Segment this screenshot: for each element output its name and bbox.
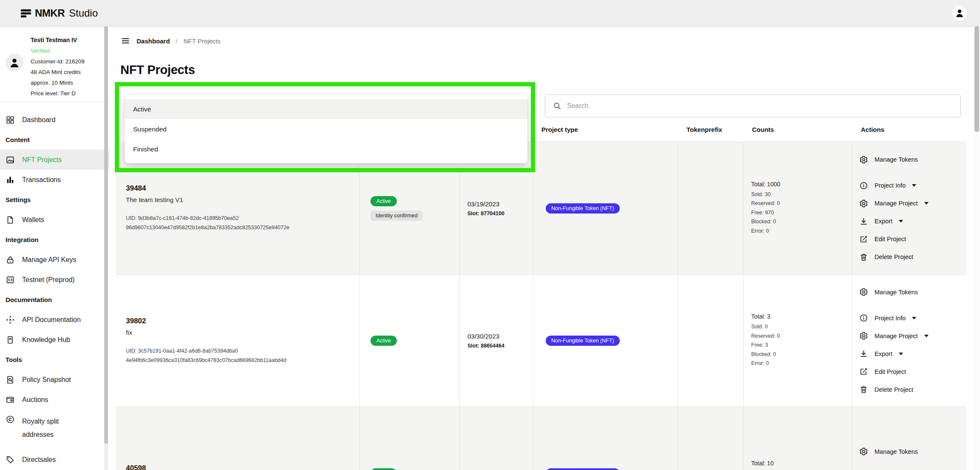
sidebar-item-transactions[interactable]: Transactions <box>0 170 109 190</box>
tokenprefix-cell <box>678 407 744 470</box>
project-type-cell: Non-Fungible Token (NFT) <box>533 407 678 470</box>
export-button[interactable]: Export <box>859 348 903 360</box>
lock-icon <box>6 255 15 265</box>
sidebar-item-nft-projects[interactable]: NFT Projects <box>0 150 109 170</box>
actions-cell: Manage Tokens Project Info Manage Projec… <box>852 275 966 407</box>
delete-project-button[interactable]: Delete Project <box>859 251 913 263</box>
sidebar-item-wallets[interactable]: Wallets <box>0 210 109 230</box>
profile-name: Testi Testman IV <box>31 35 109 46</box>
sidebar-section-integration: Integration <box>0 230 109 250</box>
manage-project-button[interactable]: Manage Project <box>859 330 929 342</box>
status-cell: Active <box>360 275 460 407</box>
trash-icon <box>859 253 868 262</box>
delete-project-button[interactable]: Delete Project <box>859 383 913 396</box>
info-icon <box>859 181 868 190</box>
header-actions: Actions <box>852 117 966 142</box>
project-name: fix <box>126 329 132 336</box>
profile-card: Testi Testman IV Verified Customer-Id: 2… <box>0 26 109 102</box>
download-icon <box>859 349 868 358</box>
chevron-down-icon <box>912 184 916 187</box>
chevron-down-icon <box>924 335 929 337</box>
chevron-down-icon <box>924 202 929 205</box>
logo-text-primary: NMKR <box>35 7 65 19</box>
count-total: Total: 1000 <box>751 181 781 188</box>
user-avatar[interactable] <box>952 6 967 21</box>
breadcrumb-separator: / <box>176 37 177 45</box>
sidebar-section-content: Content <box>0 130 109 150</box>
header-project-type: Project type <box>533 117 678 142</box>
breadcrumb: Dashboard / NFT Projects <box>120 35 221 46</box>
dashboard-icon <box>6 115 15 125</box>
manage-tokens-button[interactable]: Manage Tokens <box>859 286 918 299</box>
profile-mint-credits: 48 ADA Mint credits <box>31 67 109 77</box>
count-total: Total: 10 <box>751 460 774 467</box>
sidebar-scrollbar[interactable] <box>104 26 108 470</box>
project-info-button[interactable]: Project Info <box>859 179 916 192</box>
sidebar-item-policy-snapshot[interactable]: Policy Snapshot <box>0 370 109 390</box>
manage-project-button[interactable]: Manage Project <box>859 197 929 210</box>
slot-number: Slot: 88654464 <box>467 343 504 349</box>
edit-project-button[interactable]: Edit Project <box>859 365 906 378</box>
sidebar-scrollbar-thumb[interactable] <box>104 26 108 444</box>
gear-icon <box>859 199 868 208</box>
counts-cell: Total: 1000 Sold: 30 Reserved: 0 Free: 9… <box>744 142 852 274</box>
manage-tokens-button[interactable]: Manage Tokens <box>859 445 918 458</box>
search-icon <box>553 102 561 110</box>
header-counts: Counts <box>744 117 852 142</box>
profile-price-level: Price level: Tier D <box>31 88 109 99</box>
sidebar-item-api-documentation[interactable]: API Documentation <box>0 310 109 330</box>
sidebar-item-testnet-preprod[interactable]: Testnet (Preprod) <box>0 270 109 290</box>
page-scrollbar-thumb[interactable] <box>974 26 979 132</box>
project-id: 39802 <box>126 317 146 325</box>
edit-project-button[interactable]: Edit Project <box>859 233 906 245</box>
sidebar-item-manage-api-keys[interactable]: Manage API Keys <box>0 250 109 270</box>
project-type-badge: Non-Fungible Token (NFT) <box>546 336 620 346</box>
sidebar-section-documentation: Documentation <box>0 290 109 310</box>
project-uid: UID: 9d3b8a7c-c161-474b-82dc-41895b70ea5… <box>126 214 289 232</box>
export-button[interactable]: Export <box>859 215 903 228</box>
dropdown-option-suspended[interactable]: Suspended <box>125 119 527 139</box>
created-date: 03/19/2023 <box>467 200 499 208</box>
project-type-cell: Non-Fungible Token (NFT) <box>533 275 678 407</box>
api-arrows-icon <box>6 315 15 325</box>
nmkr-logo-icon <box>20 9 31 18</box>
search-input[interactable] <box>567 102 953 110</box>
page-title: NFT Projects <box>120 63 195 77</box>
profile-verified-status: Verified <box>31 46 109 56</box>
project-cell: 39802 fix UID: 3c57b191-0aa1-4f42-a6d8-8… <box>116 275 360 407</box>
status-badge: Active <box>370 336 397 346</box>
sidebar-nav: Dashboard Content NFT Projects Transacti… <box>0 102 109 470</box>
date-cell: 04/02/2023 <box>460 407 533 470</box>
sidebar-item-royalty-split-addresses[interactable]: Royalty split addresses <box>0 410 109 450</box>
nft-projects-table: Project type Tokenprefix Counts Actions … <box>116 117 966 470</box>
page-scrollbar[interactable] <box>974 26 980 470</box>
trash-icon <box>859 385 868 394</box>
slot-number: Slot: 87704100 <box>467 211 504 216</box>
person-icon <box>954 8 965 19</box>
gear-icon <box>859 447 868 456</box>
manage-tokens-button[interactable]: Manage Tokens <box>859 153 918 166</box>
breadcrumb-dashboard[interactable]: Dashboard <box>137 37 170 45</box>
edit-icon <box>859 235 868 244</box>
project-type-cell: Non-Fungible Token (NFT) <box>533 142 678 274</box>
sidebar-item-auctions[interactable]: Auctions <box>0 390 109 410</box>
download-icon <box>859 217 868 226</box>
menu-icon[interactable] <box>120 37 131 45</box>
bar-chart-icon <box>6 175 15 185</box>
sidebar-item-dashboard[interactable]: Dashboard <box>0 110 109 130</box>
search-box <box>545 94 961 117</box>
count-total: Total: 3 <box>751 313 770 320</box>
person-icon <box>8 56 21 69</box>
nmkr-logo[interactable]: NMKRStudio <box>20 7 98 19</box>
profile-customer-id: Customer-Id: 216209 <box>31 56 109 67</box>
tag-icon <box>6 455 15 464</box>
breadcrumb-current: NFT Projects <box>184 37 221 45</box>
project-info-button[interactable]: Project Info <box>859 312 916 325</box>
sidebar-item-knowledge-hub[interactable]: Knowledge Hub <box>0 330 109 350</box>
code-box-icon <box>6 275 15 285</box>
dropdown-option-finished[interactable]: Finished <box>125 139 527 159</box>
sidebar-item-directsales[interactable]: Directsales <box>0 450 109 470</box>
chevron-down-icon <box>912 317 916 319</box>
doc-search-icon <box>6 375 15 385</box>
dropdown-option-active[interactable]: Active <box>125 99 527 119</box>
